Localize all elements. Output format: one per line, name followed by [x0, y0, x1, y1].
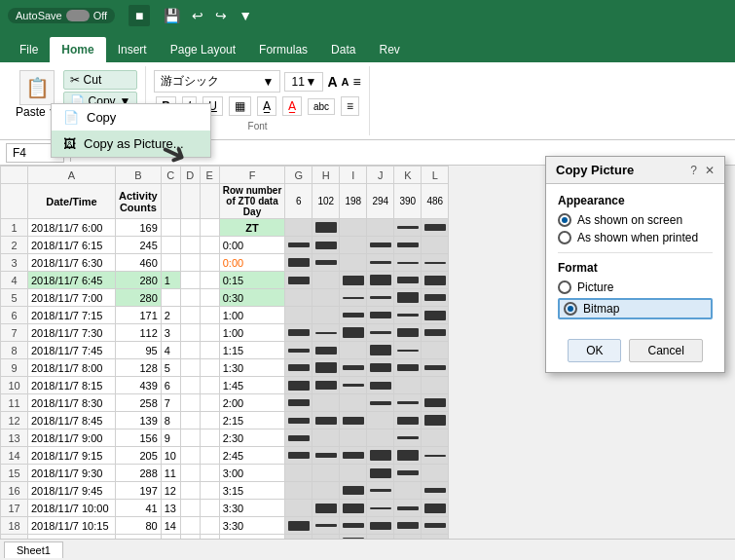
table-row: 172018/11/7 10:0041133:30	[1, 500, 449, 517]
col-header-i[interactable]: I	[340, 167, 367, 184]
col-header-d[interactable]: D	[180, 167, 200, 184]
row-number: 11	[1, 394, 28, 412]
table-row: 12018/11/7 6:00169ZT	[1, 219, 449, 237]
font-size-value: 11	[291, 75, 304, 89]
tab-file[interactable]: File	[8, 37, 50, 62]
radio-picture[interactable]: Picture	[558, 280, 713, 294]
table-row: 102018/11/7 8:1543961:45	[1, 377, 449, 394]
header-datetime: Date/Time	[28, 184, 116, 219]
cut-label: Cut	[84, 73, 102, 87]
col-header-f[interactable]: F	[219, 167, 285, 184]
dialog-titlebar: Copy Picture ? ✕	[546, 157, 724, 184]
paste-label: Paste	[16, 105, 46, 119]
tab-page-layout[interactable]: Page Layout	[159, 37, 247, 62]
copy-picture-menu-icon: 🖼	[63, 136, 76, 151]
row-number: 4	[1, 272, 28, 289]
sheet-tab-1[interactable]: Sheet1	[4, 541, 63, 558]
spreadsheet-table: A B C D E F G H I J K L	[0, 166, 449, 539]
increase-font-button[interactable]: A	[327, 74, 337, 90]
border-button[interactable]: ▦	[229, 96, 251, 116]
autosave-label: AutoSave	[16, 10, 62, 21]
tab-home[interactable]: Home	[50, 37, 105, 62]
font-color-button[interactable]: A̲	[282, 96, 302, 116]
row-number: 8	[1, 342, 28, 359]
table-row: 72018/11/7 7:3011231:00	[1, 324, 449, 342]
header-g-num: 6	[285, 184, 312, 219]
autosave-toggle[interactable]	[66, 10, 90, 21]
radio-picture-dot[interactable]	[558, 280, 571, 294]
col-header-e[interactable]: E	[200, 167, 219, 184]
radio-printed-dot[interactable]	[558, 231, 571, 244]
radio-screen-dot[interactable]	[558, 213, 571, 227]
cancel-button[interactable]: Cancel	[629, 339, 702, 362]
row-number: 1	[1, 219, 28, 237]
dialog-close-button[interactable]: ✕	[705, 164, 715, 177]
radio-screen-label: As shown on screen	[577, 213, 682, 227]
col-header-a[interactable]: A	[28, 167, 116, 184]
abc-button[interactable]: abc	[308, 98, 335, 115]
dialog-title: Copy Picture	[556, 163, 634, 177]
fill-color-button[interactable]: A̲	[257, 96, 276, 116]
ok-button[interactable]: OK	[568, 339, 621, 362]
font-size-dropdown[interactable]: 11 ▼	[284, 72, 323, 92]
title-bar: AutoSave Off ■ 💾 ↩ ↪ ▼	[0, 0, 735, 31]
row-number: 16	[1, 482, 28, 500]
row-number: 12	[1, 412, 28, 429]
dialog-help-button[interactable]: ?	[690, 164, 697, 177]
copy-picture-dialog[interactable]: Copy Picture ? ✕ Appearance As shown on …	[545, 156, 725, 373]
copy-menu-label: Copy	[87, 110, 116, 125]
row-number: 6	[1, 307, 28, 324]
excel-icon: ■	[129, 5, 150, 26]
align-right-button[interactable]: ≡	[341, 96, 359, 116]
dialog-footer: OK Cancel	[546, 333, 724, 372]
col-header-l[interactable]: L	[422, 167, 449, 184]
cut-button[interactable]: ✂ Cut	[63, 70, 138, 90]
dialog-body: Appearance As shown on screen As shown w…	[546, 184, 724, 333]
radio-bitmap-label: Bitmap	[583, 302, 619, 316]
table-row: 22018/11/7 6:152450:00	[1, 237, 449, 254]
header-c	[161, 184, 180, 219]
autosave-badge[interactable]: AutoSave Off	[8, 8, 115, 23]
tab-data[interactable]: Data	[319, 37, 367, 62]
dropdown-copy-item[interactable]: 📄 Copy	[52, 104, 210, 131]
col-header-g[interactable]: G	[285, 167, 312, 184]
col-header-b[interactable]: B	[116, 167, 162, 184]
save-button[interactable]: 💾	[160, 6, 184, 25]
row-number: 7	[1, 324, 28, 342]
tab-insert[interactable]: Insert	[106, 37, 159, 62]
decrease-font-button[interactable]: A	[342, 76, 349, 88]
row-number: 17	[1, 500, 28, 517]
radio-shown-on-screen[interactable]: As shown on screen	[558, 213, 713, 227]
redo-button[interactable]: ↪	[211, 6, 231, 25]
data-header-row1: Date/Time ActivityCounts Row numberof ZT…	[1, 184, 449, 219]
table-row: 162018/11/7 9:45197123:15	[1, 482, 449, 500]
col-header-j[interactable]: J	[367, 167, 394, 184]
font-group-label: Font	[248, 117, 268, 131]
radio-shown-when-printed[interactable]: As shown when printed	[558, 231, 713, 244]
table-row: 132018/11/7 9:0015692:30	[1, 429, 449, 447]
wrap-text-icon[interactable]: ≡	[353, 74, 361, 90]
format-label: Format	[558, 261, 713, 275]
row-number: 5	[1, 289, 28, 307]
col-header-h[interactable]: H	[312, 167, 340, 184]
undo-button[interactable]: ↩	[188, 6, 207, 25]
row-number: 2	[1, 237, 28, 254]
header-rownumber: Row numberof ZT0 dataDay	[219, 184, 285, 219]
table-row: 32018/11/7 6:304600:00	[1, 254, 449, 272]
dialog-controls: ? ✕	[690, 164, 715, 177]
tab-review[interactable]: Rev	[367, 37, 411, 62]
table-row: 112018/11/7 8:3025872:00	[1, 394, 449, 412]
row-number: 3	[1, 254, 28, 272]
radio-bitmap[interactable]: Bitmap	[558, 298, 713, 319]
row-number: 10	[1, 377, 28, 394]
col-header-k[interactable]: K	[394, 167, 422, 184]
table-row: 192018/11/7 10:3099154:00	[1, 535, 449, 540]
radio-bitmap-dot[interactable]	[564, 302, 577, 316]
header-j-num: 294	[367, 184, 394, 219]
scissors-icon: ✂	[70, 73, 80, 87]
quick-access-more[interactable]: ▼	[235, 6, 256, 25]
size-dropdown-arrow: ▼	[306, 75, 317, 89]
header-k-num: 390	[394, 184, 422, 219]
tab-formulas[interactable]: Formulas	[247, 37, 319, 62]
font-name-dropdown[interactable]: 游ゴシック ▼	[154, 70, 280, 93]
